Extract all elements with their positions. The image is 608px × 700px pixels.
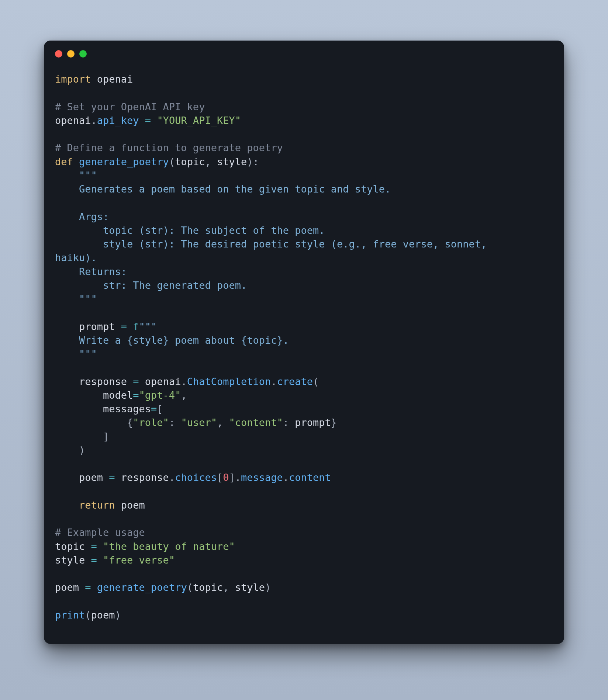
- punct: ,: [217, 417, 229, 428]
- op-eq: =: [103, 472, 121, 483]
- code-window: import openai # Set your OpenAI API key …: [44, 41, 564, 644]
- arg: topic: [193, 582, 223, 593]
- punct: .: [235, 472, 241, 483]
- punct: ,: [181, 389, 187, 401]
- punct: .: [169, 472, 175, 483]
- string: "gpt-4": [139, 389, 181, 401]
- ident: prompt: [295, 417, 331, 428]
- punct: ): [55, 444, 85, 456]
- ident: response: [55, 376, 127, 387]
- fn-name: generate_poetry: [79, 156, 169, 167]
- attr: message: [241, 472, 283, 483]
- ident: response: [121, 472, 169, 483]
- punct: (: [313, 376, 319, 387]
- docstring: Returns:: [55, 266, 127, 277]
- keyword-return: return: [55, 499, 115, 511]
- ident: openai: [55, 115, 91, 126]
- docstring: """: [55, 170, 97, 181]
- ident: topic: [55, 541, 85, 552]
- fn-print: print: [55, 609, 85, 621]
- param-style: style: [217, 156, 247, 167]
- docstring: style (str): The desired poetic style (e…: [55, 238, 493, 250]
- string: "the beauty of nature": [103, 541, 235, 552]
- docstring: Generates a poem based on the given topi…: [55, 183, 391, 195]
- ident: poem: [115, 499, 145, 511]
- punct: .: [271, 376, 277, 387]
- attr-api-key: api_key: [97, 115, 139, 126]
- kwarg-model: model: [55, 389, 133, 401]
- keyword-import: import: [55, 73, 91, 85]
- punct: ):: [247, 156, 259, 167]
- window-zoom-button[interactable]: [79, 50, 87, 58]
- punct: ,: [223, 582, 235, 593]
- punct: ]: [229, 472, 235, 483]
- arg: style: [235, 582, 265, 593]
- fstring-body: Write a {style} poem about {topic}.: [55, 335, 289, 346]
- attr: choices: [175, 472, 217, 483]
- docstring: """: [55, 293, 97, 305]
- punct: [: [217, 472, 223, 483]
- param-topic: topic: [175, 156, 205, 167]
- punct: .: [181, 376, 187, 387]
- punct: ): [265, 582, 271, 593]
- arg: poem: [91, 609, 115, 621]
- ident: poem: [55, 582, 79, 593]
- string: "user": [181, 417, 217, 428]
- docstring: haiku).: [55, 252, 97, 263]
- number: 0: [223, 472, 229, 483]
- punct: }: [331, 417, 337, 428]
- op-eq: =: [79, 582, 97, 593]
- ident: prompt: [55, 321, 115, 332]
- ident: poem: [55, 472, 103, 483]
- window-close-button[interactable]: [55, 50, 62, 58]
- ident: style: [55, 554, 85, 566]
- punct: ): [115, 609, 121, 621]
- op-eq: =: [139, 115, 157, 126]
- string: "YOUR_API_KEY": [157, 115, 241, 126]
- attr: content: [289, 472, 331, 483]
- comment: # Set your OpenAI API key: [55, 101, 205, 112]
- punct: :: [283, 417, 295, 428]
- punct: .: [283, 472, 289, 483]
- string: "free verse": [103, 554, 175, 566]
- f-prefix: f: [133, 321, 139, 332]
- punct: (: [187, 582, 193, 593]
- punct: {: [55, 417, 133, 428]
- fn-call: create: [277, 376, 313, 387]
- punct: ,: [205, 156, 217, 167]
- fstring-quote: """: [55, 348, 97, 360]
- punct: (: [85, 609, 91, 621]
- docstring: Args:: [55, 211, 109, 222]
- op-eq: =: [151, 403, 157, 415]
- attr: ChatCompletion: [187, 376, 271, 387]
- docstring: topic (str): The subject of the poem.: [55, 225, 325, 236]
- fstring-quote: """: [139, 321, 157, 332]
- string: "role": [133, 417, 169, 428]
- op-eq: =: [85, 554, 103, 566]
- module-openai: openai: [97, 73, 133, 85]
- keyword-def: def: [55, 156, 73, 167]
- ident: openai: [145, 376, 181, 387]
- op-eq: =: [115, 321, 133, 332]
- code-block[interactable]: import openai # Set your OpenAI API key …: [44, 61, 564, 626]
- punct: :: [169, 417, 181, 428]
- punct: (: [169, 156, 175, 167]
- punct: .: [91, 115, 97, 126]
- fn-call: generate_poetry: [97, 582, 187, 593]
- kwarg-messages: messages: [55, 403, 151, 415]
- punct: ]: [55, 431, 109, 442]
- window-minimize-button[interactable]: [67, 50, 75, 58]
- op-eq: =: [133, 389, 139, 401]
- comment: # Example usage: [55, 527, 145, 538]
- op-eq: =: [127, 376, 145, 387]
- string: "content": [229, 417, 283, 428]
- docstring: str: The generated poem.: [55, 280, 247, 291]
- window-titlebar: [44, 41, 564, 61]
- punct: [: [157, 403, 163, 415]
- op-eq: =: [85, 541, 103, 552]
- comment: # Define a function to generate poetry: [55, 142, 283, 153]
